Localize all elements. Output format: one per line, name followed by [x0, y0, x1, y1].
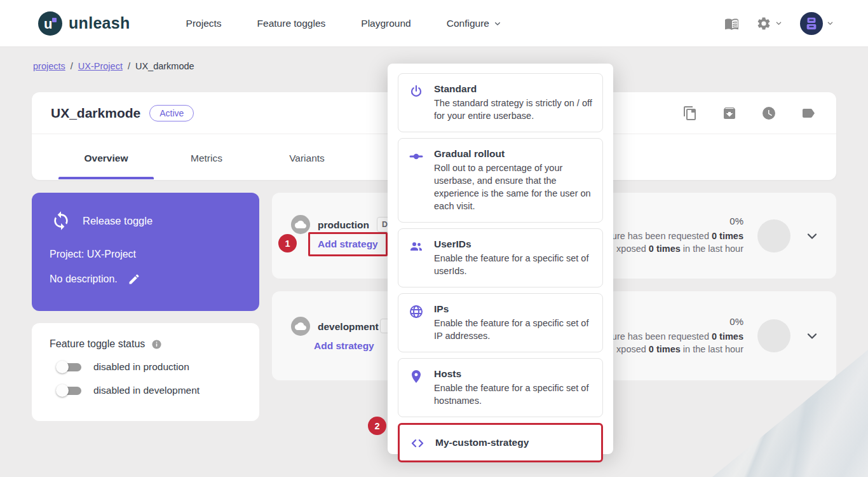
environment-stats-production: 0% ure has been requested 0 times xposed…: [612, 193, 820, 279]
production-toggle-switch[interactable]: [56, 361, 82, 373]
history-button[interactable]: [760, 104, 778, 122]
strategy-description: The standard strategy is strictly on / o…: [434, 97, 592, 122]
unleash-app: u unleash Projects Feature toggles Playg…: [0, 0, 868, 477]
toggle-row-production: disabled in production: [32, 350, 259, 373]
expand-environment-button[interactable]: [804, 328, 820, 343]
toggle-label: disabled in development: [93, 385, 200, 396]
add-strategy-button-production[interactable]: Add strategy: [318, 238, 378, 249]
stats-line-1: ure has been requested 0 times: [612, 331, 743, 343]
history-clock-icon: [761, 106, 776, 121]
tab-variants[interactable]: Variants: [257, 153, 357, 179]
add-strategy-button-development[interactable]: Add strategy: [314, 340, 374, 352]
feature-status-card: Feature toggle status disabled in produc…: [32, 323, 259, 421]
unleash-logo[interactable]: u unleash: [38, 11, 130, 36]
unleash-logo-icon: u: [38, 11, 62, 36]
documentation-button[interactable]: [724, 16, 740, 31]
globe-icon: [409, 303, 425, 342]
exposure-percent: 0%: [612, 316, 743, 327]
strategy-option-userids[interactable]: UserIDs Enable the feature for a specifi…: [398, 228, 603, 287]
archive-feature-button[interactable]: [721, 104, 738, 122]
toggle-type-label: Release toggle: [83, 215, 153, 227]
feature-actions: [681, 104, 817, 122]
copy-icon: [682, 106, 698, 121]
code-icon: [410, 435, 426, 451]
nav-configure-label: Configure: [447, 18, 489, 29]
toggle-row-development: disabled in development: [32, 373, 259, 397]
add-strategy-popover: Standard The standard strategy is strict…: [388, 64, 613, 454]
topbar-right: [724, 12, 835, 35]
location-pin-icon: [409, 368, 425, 407]
strategy-option-gradual-rollout[interactable]: Gradual rollout Roll out to a percentage…: [398, 138, 603, 223]
top-navigation-bar: u unleash Projects Feature toggles Playg…: [0, 0, 868, 47]
breadcrumb-current: UX_darkmode: [135, 61, 194, 71]
chevron-down-icon: [492, 18, 503, 29]
nav-configure[interactable]: Configure: [447, 18, 503, 29]
chevron-down-icon: [804, 228, 820, 244]
robot-avatar-icon: [804, 17, 818, 31]
chevron-down-icon: [804, 328, 820, 343]
edit-pencil-icon[interactable]: [128, 273, 140, 286]
user-avatar: [800, 12, 823, 35]
strategy-title: Hosts: [434, 368, 592, 380]
power-icon: [409, 83, 425, 122]
strategy-option-hosts[interactable]: Hosts Enable the feature for a specific …: [398, 358, 603, 417]
environment-name: production: [318, 219, 369, 231]
sync-icon: [51, 211, 71, 231]
tag-button[interactable]: [799, 104, 817, 122]
cloud-environment-icon: [291, 317, 310, 336]
strategy-option-ips[interactable]: IPs Enable the feature for a specific se…: [398, 293, 603, 352]
expand-environment-button[interactable]: [804, 228, 820, 244]
archive-icon: [722, 106, 737, 121]
strategy-title: UserIDs: [434, 238, 592, 250]
toggle-label: disabled in production: [93, 361, 189, 373]
cloud-environment-icon: [291, 215, 310, 234]
strategy-description: Enable the feature for a specific set of…: [434, 252, 592, 277]
environment-name: development: [318, 321, 379, 333]
nav-projects[interactable]: Projects: [186, 18, 222, 29]
tab-metrics[interactable]: Metrics: [156, 153, 257, 179]
feature-info-card: Release toggle Project: UX-Project No de…: [32, 193, 259, 311]
tab-overview[interactable]: Overview: [56, 153, 156, 179]
page-title: UX_darkmode: [51, 106, 140, 121]
exposure-donut: [757, 219, 790, 252]
chevron-down-icon: [825, 18, 835, 28]
breadcrumb-separator: /: [128, 61, 130, 71]
main-nav: Projects Feature toggles Playground Conf…: [186, 18, 503, 29]
strategy-description: Enable the feature for a specific set of…: [434, 317, 592, 342]
breadcrumb-separator: /: [71, 61, 73, 71]
annotation-step-badge-1: 1: [278, 234, 297, 252]
environment-stats-development: 0% ure has been requested 0 times xposed…: [612, 291, 820, 380]
exposure-percent: 0%: [612, 216, 743, 226]
annotation-box-1: Add strategy: [308, 232, 388, 256]
status-card-title: Feature toggle status: [50, 338, 145, 350]
strategy-option-standard[interactable]: Standard The standard strategy is strict…: [398, 73, 603, 132]
info-icon[interactable]: [151, 339, 162, 350]
rollout-slider-icon: [409, 148, 425, 212]
strategy-option-my-custom-strategy[interactable]: My-custom-strategy: [398, 423, 603, 462]
annotation-step-badge-2: 2: [368, 417, 386, 435]
strategy-description: Enable the feature for a specific set of…: [434, 382, 592, 407]
breadcrumb-projects[interactable]: projects: [33, 61, 65, 71]
people-icon: [409, 238, 425, 277]
breadcrumb-ux-project[interactable]: UX-Project: [78, 61, 123, 71]
development-toggle-switch[interactable]: [56, 384, 82, 397]
docs-book-icon: [724, 16, 740, 31]
strategy-title: My-custom-strategy: [435, 437, 529, 448]
copy-feature-button[interactable]: [681, 104, 699, 122]
profile-menu-button[interactable]: [800, 12, 835, 35]
tag-icon: [801, 106, 816, 121]
settings-gear-icon: [756, 16, 771, 31]
strategy-description: Roll out to a percentage of your userbas…: [434, 162, 592, 212]
settings-menu-button[interactable]: [756, 16, 783, 31]
project-label: Project: UX-Project: [32, 231, 259, 260]
nav-feature-toggles[interactable]: Feature toggles: [257, 18, 326, 29]
stats-line-2: xposed 0 times in the last hour: [612, 343, 743, 356]
status-badge: Active: [149, 105, 194, 121]
strategy-title: Standard: [434, 83, 592, 95]
nav-playground[interactable]: Playground: [361, 18, 410, 29]
description-text: No description.: [50, 273, 118, 285]
breadcrumb: projects / UX-Project / UX_darkmode: [33, 61, 194, 71]
brand-name: unleash: [69, 14, 130, 32]
strategy-title: IPs: [434, 303, 592, 315]
strategy-title: Gradual rollout: [434, 148, 592, 160]
